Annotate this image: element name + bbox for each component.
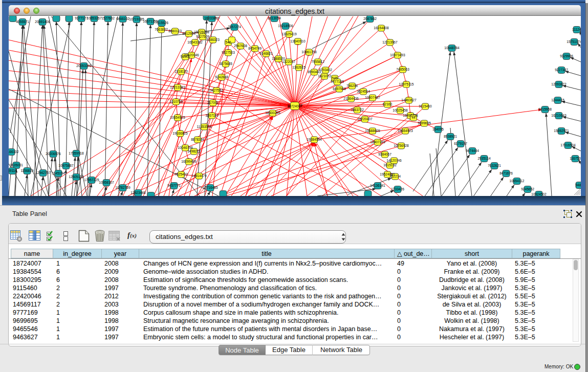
svg-text:10648784: 10648784: [444, 46, 460, 50]
svg-text:8186323: 8186323: [206, 38, 220, 41]
svg-text:9146821: 9146821: [259, 52, 273, 55]
svg-text:14136141: 14136141: [370, 184, 385, 187]
svg-text:12975115: 12975115: [399, 82, 414, 86]
svg-text:18407249: 18407249: [370, 140, 385, 144]
svg-text:12213383: 12213383: [170, 85, 185, 89]
svg-text:9115460: 9115460: [419, 104, 432, 108]
svg-text:16033809: 16033809: [204, 16, 220, 20]
svg-text:4055571: 4055571: [16, 20, 29, 24]
svg-text:8454749: 8454749: [248, 47, 262, 50]
svg-text:13325419: 13325419: [281, 32, 297, 36]
svg-text:6179197: 6179197: [454, 142, 467, 145]
svg-text:7663822: 7663822: [155, 28, 168, 31]
svg-text:1621072: 1621072: [318, 74, 331, 78]
svg-text:18724007: 18724007: [287, 104, 302, 108]
svg-text:1615132: 1615132: [383, 163, 397, 167]
svg-text:7863722: 7863722: [351, 108, 364, 112]
svg-text:12093872: 12093872: [551, 82, 567, 86]
svg-text:19654923: 19654923: [398, 129, 413, 133]
svg-text:9245652: 9245652: [521, 187, 534, 191]
svg-text:9427552: 9427552: [210, 89, 223, 92]
svg-text:62160: 62160: [383, 102, 393, 106]
svg-text:19218506: 19218506: [278, 24, 293, 28]
svg-text:10046798: 10046798: [178, 146, 193, 149]
svg-text:16210643: 16210643: [551, 114, 567, 117]
svg-text:9227347: 9227347: [555, 68, 568, 72]
svg-text:1010755: 1010755: [169, 100, 183, 103]
svg-text:13640910: 13640910: [290, 39, 306, 43]
svg-text:9485: 9485: [576, 183, 581, 187]
svg-text:16543382: 16543382: [187, 40, 203, 44]
svg-text:2967608: 2967608: [234, 44, 247, 48]
svg-text:7632621: 7632621: [488, 164, 501, 167]
svg-text:20691406: 20691406: [35, 20, 50, 24]
svg-text:19384554: 19384554: [307, 138, 322, 141]
svg-text:21364436: 21364436: [343, 97, 359, 100]
svg-text:12942757: 12942757: [35, 171, 51, 174]
svg-text:20206576: 20206576: [46, 152, 61, 156]
svg-text:10719185: 10719185: [129, 17, 144, 21]
svg-text:7515526: 7515526: [155, 21, 168, 25]
svg-text:1322037: 1322037: [282, 60, 295, 63]
svg-text:1527602: 1527602: [101, 16, 115, 20]
svg-text:2087862: 2087862: [363, 17, 377, 20]
svg-text:98901: 98901: [181, 55, 190, 58]
svg-text:15716485: 15716485: [203, 186, 218, 189]
svg-text:16099489: 16099489: [181, 160, 197, 163]
svg-text:10756928: 10756928: [394, 144, 409, 147]
svg-text:10958107: 10958107: [99, 181, 114, 184]
svg-text:16782759: 16782759: [115, 186, 130, 189]
svg-text:1145194: 1145194: [52, 171, 65, 175]
svg-text:546: 546: [225, 40, 231, 44]
svg-text:26166102: 26166102: [9, 150, 19, 154]
svg-text:1156819: 1156819: [20, 169, 34, 172]
svg-text:15226058: 15226058: [194, 30, 209, 34]
svg-text:6497568: 6497568: [333, 87, 346, 91]
svg-text:10924502: 10924502: [531, 192, 547, 196]
svg-text:9327503: 9327503: [222, 51, 235, 54]
svg-text:2935114: 2935114: [477, 157, 491, 160]
svg-text:10653267: 10653267: [86, 16, 102, 20]
svg-text:15751074: 15751074: [567, 40, 581, 43]
svg-text:1733426: 1733426: [391, 187, 404, 191]
svg-text:9329906: 9329906: [560, 54, 573, 58]
svg-text:17016504: 17016504: [560, 143, 576, 147]
svg-text:17359918: 17359918: [69, 151, 84, 155]
svg-text:10654925: 10654925: [170, 116, 185, 119]
svg-text:8912954: 8912954: [182, 32, 195, 35]
svg-text:14463627: 14463627: [401, 98, 417, 102]
svg-text:6466102: 6466102: [116, 17, 129, 20]
svg-text:252214: 252214: [389, 174, 401, 178]
svg-text:14914479: 14914479: [191, 174, 207, 178]
svg-text:12923448: 12923448: [130, 191, 146, 194]
svg-text:39114: 39114: [9, 169, 17, 172]
svg-text:9474444: 9474444: [466, 149, 479, 152]
svg-text:8471676: 8471676: [499, 171, 513, 175]
svg-text:9699695: 9699695: [418, 121, 431, 125]
svg-text:20053346: 20053346: [76, 64, 92, 68]
svg-text:9457771: 9457771: [167, 184, 181, 187]
svg-text:18300295: 18300295: [265, 111, 280, 115]
svg-text:7625402: 7625402: [175, 172, 188, 176]
svg-text:44: 44: [411, 116, 416, 119]
svg-text:7485063: 7485063: [396, 68, 409, 71]
svg-text:14120746: 14120746: [386, 159, 402, 162]
svg-text:7857274: 7857274: [228, 25, 241, 29]
svg-text:746206: 746206: [346, 84, 358, 87]
svg-text:8878334: 8878334: [191, 138, 204, 141]
svg-text:9242848: 9242848: [215, 75, 228, 79]
svg-text:9384067: 9384067: [378, 152, 391, 156]
svg-text:6793402: 6793402: [319, 68, 332, 72]
svg-text:7955812: 7955812: [311, 60, 324, 63]
svg-text:9777169: 9777169: [331, 80, 344, 83]
svg-text:1244415: 1244415: [551, 98, 564, 102]
svg-text:12213967: 12213967: [382, 40, 398, 44]
svg-text:8813054: 8813054: [268, 16, 281, 20]
svg-text:15692971: 15692971: [554, 129, 569, 133]
svg-text:10961758: 10961758: [301, 50, 317, 54]
svg-text:164095: 164095: [432, 127, 444, 131]
svg-text:116753: 116753: [570, 157, 581, 160]
svg-text:18720407: 18720407: [357, 117, 373, 121]
svg-text:9377177: 9377177: [75, 16, 88, 20]
svg-text:16154808: 16154808: [374, 26, 389, 30]
